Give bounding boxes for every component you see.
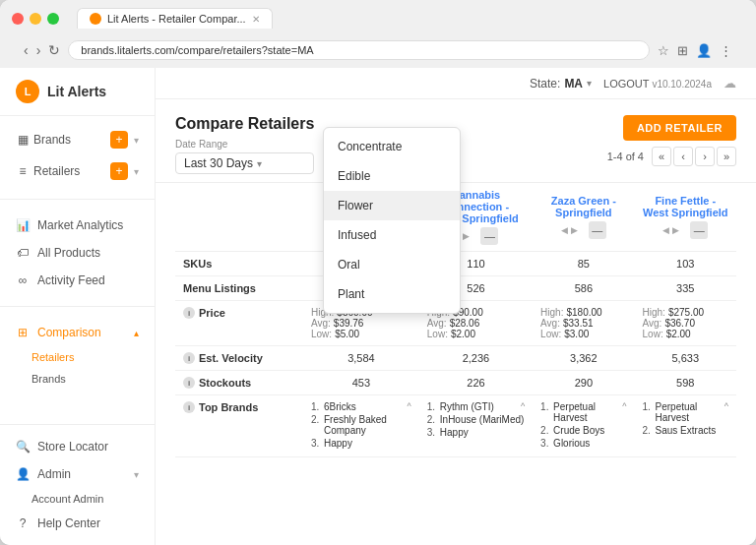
menu-icon[interactable]: ⋮ — [720, 43, 732, 58]
sidebar-item-retailers[interactable]: ≡ Retailers + ▾ — [0, 155, 155, 187]
main-content: State: MA ▾ LOGOUT v10.10.2024a ☁ Compar… — [156, 68, 756, 545]
back-button[interactable]: ‹ — [24, 42, 29, 58]
col-prev-2[interactable]: ◀ — [561, 225, 568, 235]
maximize-button[interactable] — [47, 13, 59, 25]
sidebar-item-market-analytics[interactable]: 📊 Market Analytics — [0, 212, 155, 239]
admin-chevron: ▾ — [134, 469, 139, 480]
dropdown-plant[interactable]: Plant — [324, 279, 460, 309]
dropdown-oral[interactable]: Oral — [324, 250, 460, 279]
dropdown-infused[interactable]: Infused — [324, 220, 460, 250]
all-products-icon: 🏷 — [16, 246, 30, 260]
market-analytics-icon: 📊 — [16, 218, 30, 232]
sidebar-item-store-locator[interactable]: 🔍 Store Locator — [0, 433, 155, 460]
top-brands-label: i Top Brands — [183, 401, 295, 413]
menu-val-3: 335 — [635, 276, 736, 301]
date-range-label: Date Range — [175, 139, 314, 150]
comparison-chevron: ▴ — [134, 328, 139, 338]
page-title: Compare Retailers — [175, 115, 314, 133]
date-range-selector[interactable]: Last 30 Days ▾ — [175, 152, 314, 174]
retailers-add-btn[interactable]: + — [110, 162, 128, 180]
stockouts-val-0: 453 — [303, 371, 419, 395]
sku-val-3: 103 — [635, 252, 736, 276]
top-brands-col-1: 1.Rythm (GTI)^ 2.InHouse (MariMed) 3.Hap… — [419, 395, 533, 457]
stockouts-val-2: 290 — [533, 371, 634, 395]
sidebar-item-brands[interactable]: ▦ Brands + ▾ — [0, 124, 155, 155]
sidebar-item-admin[interactable]: 👤 Admin ▾ — [0, 460, 155, 488]
sku-val-2: 85 — [533, 252, 634, 276]
cloud-icon: ☁ — [724, 76, 736, 91]
velocity-info-icon: i — [183, 352, 195, 364]
col-header-3: Fine Fettle -West Springfield ◀ ▶ — — [635, 183, 736, 252]
sub-brands-label: Brands — [32, 373, 66, 385]
state-selector: State: MA ▾ — [530, 77, 592, 91]
url-bar[interactable]: brands.litalerts.com/compare/retailers?s… — [68, 40, 650, 60]
brands-chevron: ▾ — [134, 135, 139, 146]
prev-page-btn[interactable]: ‹ — [673, 147, 693, 166]
col-next-1[interactable]: ▶ — [463, 231, 470, 241]
col-remove-1[interactable]: — — [480, 227, 498, 245]
sidebar-sub-brands[interactable]: Brands — [0, 368, 155, 390]
sidebar-account-admin[interactable]: Account Admin — [0, 488, 155, 510]
tab-favicon — [90, 13, 101, 25]
brands-add-btn[interactable]: + — [110, 131, 128, 149]
retailers-label: Retailers — [33, 164, 80, 178]
help-label: Help Center — [37, 516, 100, 530]
tab-title: Lit Alerts - Retailer Compar... — [107, 13, 246, 25]
price-col-3: High:$275.00 Avg:$36.70 Low:$2.00 — [635, 301, 736, 346]
help-icon: ? — [16, 516, 30, 530]
sidebar-item-comparison[interactable]: ⊞ Comparison ▴ — [0, 319, 155, 346]
skus-label: SKUs — [183, 258, 295, 270]
col-retailer-name-3[interactable]: Fine Fettle -West Springfield — [643, 195, 728, 218]
price-info-icon: i — [183, 307, 195, 319]
logo-text: Lit Alerts — [47, 84, 106, 99]
state-dropdown[interactable]: MA — [564, 77, 583, 91]
first-page-btn[interactable]: « — [652, 147, 671, 166]
all-products-label: All Products — [37, 246, 100, 260]
col-next-2[interactable]: ▶ — [571, 225, 578, 235]
sidebar-item-activity-feed[interactable]: ∞ Activity Feed — [0, 267, 155, 294]
tab-close-btn[interactable]: ✕ — [252, 14, 260, 25]
price-col-2: High:$180.00 Avg:$33.51 Low:$3.00 — [533, 301, 634, 346]
extensions-icon[interactable]: ⊞ — [677, 43, 688, 58]
logo-area: L Lit Alerts — [0, 68, 155, 116]
top-brands-col-3: 1.Perpetual Harvest^ 2.Saus Extracts — [635, 395, 736, 457]
col-next-3[interactable]: ▶ — [672, 225, 679, 235]
col-header-2: Zaza Green -Springfield ◀ ▶ — — [533, 183, 634, 252]
close-button[interactable] — [12, 13, 24, 25]
stockouts-label: i Stockouts — [183, 377, 295, 389]
dropdown-edible[interactable]: Edible — [324, 161, 460, 191]
next-page-btn[interactable]: › — [695, 147, 715, 166]
sidebar-item-all-products[interactable]: 🏷 All Products — [0, 239, 155, 267]
browser-tab[interactable]: Lit Alerts - Retailer Compar... ✕ — [77, 8, 273, 29]
admin-icon: 👤 — [16, 467, 30, 481]
dropdown-concentrate[interactable]: Concentrate — [324, 132, 460, 161]
velocity-val-3: 5,633 — [635, 346, 736, 371]
comparison-label: Comparison — [37, 326, 101, 339]
sidebar-item-help[interactable]: ? Help Center — [0, 510, 155, 537]
velocity-val-2: 3,362 — [533, 346, 634, 371]
table-row-top-brands: i Top Brands 1.6Bricks^ 2.Freshly Baked … — [175, 395, 736, 457]
profile-icon[interactable]: 👤 — [696, 43, 712, 58]
state-label: State: — [530, 77, 560, 91]
dropdown-flower[interactable]: Flower — [324, 191, 460, 220]
refresh-button[interactable]: ↻ — [48, 42, 60, 58]
add-retailer-button[interactable]: ADD RETAILER — [623, 115, 736, 141]
col-prev-3[interactable]: ◀ — [662, 225, 669, 235]
pagination-count: 1-4 of 4 — [607, 151, 644, 162]
col-remove-2[interactable]: — — [589, 221, 606, 239]
sidebar-sub-retailers[interactable]: Retailers — [0, 346, 155, 368]
logout-btn[interactable]: LOGOUT v10.10.2024a — [603, 78, 712, 90]
last-page-btn[interactable]: » — [717, 147, 736, 166]
state-chevron: ▾ — [587, 78, 592, 89]
minimize-button[interactable] — [30, 13, 41, 25]
menu-listings-label: Menu Listings — [183, 282, 295, 294]
brands-label: Brands — [33, 133, 71, 147]
brands-icon: ▦ — [16, 133, 30, 147]
category-dropdown: Concentrate Edible Flower Infused Oral P… — [323, 127, 461, 314]
forward-button[interactable]: › — [36, 42, 41, 58]
bookmark-icon[interactable]: ☆ — [658, 43, 669, 58]
sidebar: L Lit Alerts ▦ Brands + ▾ ≡ Retailers + … — [0, 68, 156, 545]
price-label: i Price — [183, 307, 295, 319]
col-remove-3[interactable]: — — [690, 221, 708, 239]
col-retailer-name-2[interactable]: Zaza Green -Springfield — [540, 195, 626, 218]
